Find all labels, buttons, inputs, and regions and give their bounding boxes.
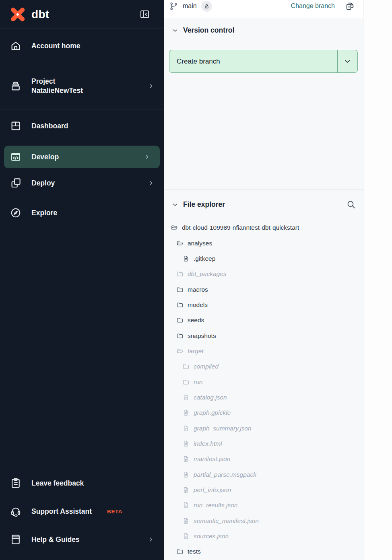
file-search-button[interactable] <box>346 200 356 210</box>
sidebar-item-label: Leave feedback <box>31 479 84 488</box>
tree-item-label: models <box>188 301 208 309</box>
sidebar-item-develop[interactable]: Develop <box>4 146 160 168</box>
sidebar-item-label: Account home <box>31 41 80 51</box>
headset-icon <box>10 505 22 517</box>
tree-item[interactable]: run <box>164 374 363 389</box>
folder-icon <box>176 332 184 340</box>
file-icon <box>182 440 190 447</box>
folder-icon <box>176 286 184 293</box>
sidebar-item-project[interactable]: Project NatalieNewTest <box>0 63 164 109</box>
home-icon <box>10 40 22 52</box>
file-icon <box>182 517 190 525</box>
change-branch-link[interactable]: Change branch <box>291 2 335 10</box>
sidebar-spacer <box>0 228 164 469</box>
sidebar-footer: Leave feedback Support Assistant BETA <box>0 469 164 554</box>
version-control-title: Version control <box>183 26 234 35</box>
file-icon <box>182 409 190 416</box>
sidebar-item-account-home[interactable]: Account home <box>0 29 164 63</box>
create-branch-label[interactable]: Create branch <box>169 50 338 72</box>
tree-item[interactable]: models <box>164 297 363 313</box>
tree-item[interactable]: dbt-cloud-109989-nfianntest-dbt-quicksta… <box>164 220 363 235</box>
tree-item[interactable]: target <box>164 344 363 359</box>
sidebar-item-support-assistant[interactable]: Support Assistant BETA <box>0 497 164 525</box>
app-root: dbt Account home <box>0 0 392 560</box>
sidebar-item-label: Explore <box>31 208 57 218</box>
tree-item-label: .gitkeep <box>194 255 215 262</box>
tree-item[interactable]: analyses <box>164 235 363 251</box>
project-label-line2: NatalieNewTest <box>31 86 83 95</box>
tree-item-label: compiled <box>194 363 219 370</box>
folder-open-icon <box>171 224 178 231</box>
dbt-logo-text: dbt <box>31 8 49 21</box>
file-icon <box>182 425 190 432</box>
sidebar-item-leave-feedback[interactable]: Leave feedback <box>0 469 164 497</box>
chevron-down-icon <box>172 27 178 34</box>
search-icon <box>346 200 356 210</box>
tree-item-label: semantic_manifest.json <box>194 517 259 525</box>
tree-item[interactable]: graph_summary.json <box>164 420 363 436</box>
create-branch-dropdown[interactable] <box>338 50 357 72</box>
sidebar-item-label: Support Assistant <box>31 507 92 516</box>
file-icon <box>182 394 190 401</box>
tree-item-label: partial_parse.msgpack <box>194 471 256 478</box>
tree-item[interactable]: index.html <box>164 436 363 451</box>
file-explorer-header[interactable]: File explorer <box>164 200 363 210</box>
folder-icon <box>176 301 184 309</box>
tree-item-label: dbt_packages <box>188 270 227 278</box>
tree-item[interactable]: semantic_manifest.json <box>164 513 363 529</box>
develop-code-window-icon <box>10 151 22 163</box>
tree-item[interactable]: tests <box>164 544 363 559</box>
folder-icon <box>176 317 184 324</box>
sidebar-logo-row: dbt <box>0 0 164 29</box>
tree-item[interactable]: catalog.json <box>164 390 363 405</box>
create-branch-button[interactable]: Create branch <box>169 50 358 73</box>
tree-item[interactable]: graph.gpickle <box>164 405 363 420</box>
chevron-right-icon <box>148 536 154 543</box>
file-explorer-section: File explorer dbt-cloud-109989-nf <box>164 190 363 560</box>
tree-item[interactable]: partial_parse.msgpack <box>164 467 363 482</box>
file-icon <box>182 255 190 262</box>
chevron-down-icon <box>172 202 178 208</box>
sidebar-item-explore[interactable]: Explore <box>0 198 164 228</box>
tree-item[interactable]: .gitkeep <box>164 251 363 266</box>
tree-item[interactable]: snapshots <box>164 328 363 343</box>
branch-bar: main Change branch <box>164 0 363 18</box>
tree-item-label: run <box>194 379 202 386</box>
sidebar-item-project-label: Project NatalieNewTest <box>31 77 83 95</box>
tree-item-label: catalog.json <box>194 394 227 401</box>
sidebar: dbt Account home <box>0 0 164 560</box>
tree-item[interactable]: perf_info.json <box>164 482 363 498</box>
book-icon <box>10 533 22 546</box>
sidebar-item-deploy[interactable]: Deploy <box>0 168 164 198</box>
collapse-sidebar-button[interactable] <box>139 9 150 20</box>
tree-item-label: macros <box>188 286 208 293</box>
editor-area-edge <box>363 0 392 560</box>
tree-item-label: snapshots <box>188 332 216 340</box>
tree-item-label: target <box>188 348 204 355</box>
tree-item-label: tests <box>188 548 201 555</box>
deploy-icon <box>10 177 22 189</box>
sidebar-item-dashboard[interactable]: Dashboard <box>0 111 164 141</box>
tree-item[interactable]: manifest.json <box>164 451 363 467</box>
project-label-line1: Project <box>31 77 83 86</box>
tree-item[interactable]: seeds <box>164 313 363 328</box>
tree-item-label: index.html <box>194 440 222 447</box>
version-control-header[interactable]: Version control <box>169 26 358 35</box>
chevron-right-icon <box>148 180 154 186</box>
tree-item[interactable]: run_results.json <box>164 498 363 513</box>
tree-item[interactable]: sources.json <box>164 529 363 544</box>
lock-icon <box>204 3 210 9</box>
tree-item[interactable]: macros <box>164 282 363 297</box>
tree-item-label: run_results.json <box>194 502 237 509</box>
tree-item-label: graph.gpickle <box>194 409 231 416</box>
tree-item[interactable]: dbt_packages <box>164 266 363 282</box>
sidebar-item-label: Deploy <box>31 179 55 188</box>
tree-item-label: analyses <box>188 240 212 247</box>
sidebar-item-help-guides[interactable]: Help & Guides <box>0 525 164 554</box>
tree-item-label: graph_summary.json <box>194 425 252 432</box>
folder-icon <box>182 379 190 386</box>
sidebar-item-label: Dashboard <box>31 121 68 131</box>
folder-icon <box>176 548 184 555</box>
tree-item[interactable]: compiled <box>164 359 363 374</box>
copy-button[interactable] <box>345 1 355 11</box>
